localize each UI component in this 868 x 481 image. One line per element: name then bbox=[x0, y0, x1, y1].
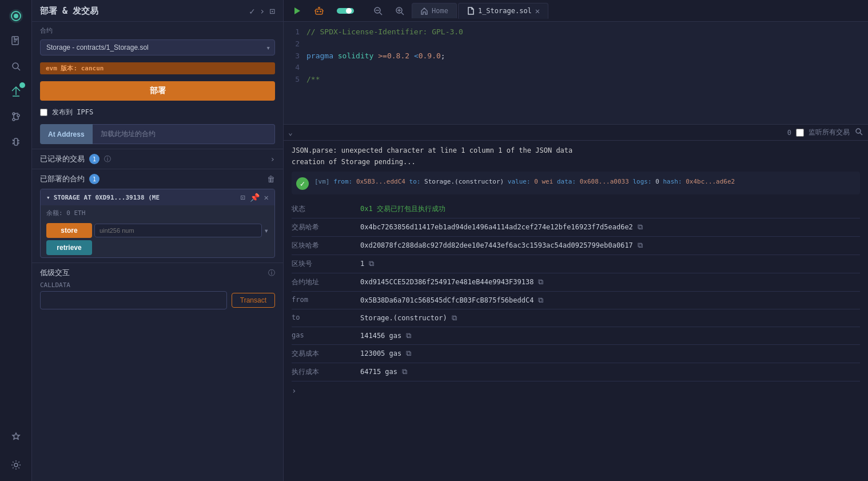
pin-instance-icon[interactable]: 📌 bbox=[250, 193, 260, 202]
tx-value-exec-cost: 64715 gas ⧉ bbox=[360, 367, 860, 376]
sidebar-icon-plugin[interactable] bbox=[5, 426, 27, 449]
svg-line-5 bbox=[18, 68, 20, 70]
svg-point-26 bbox=[856, 129, 861, 133]
tx-field-blocknum: 区块号 bbox=[292, 259, 360, 269]
sidebar-icon-search[interactable] bbox=[5, 55, 27, 78]
svg-line-27 bbox=[860, 133, 862, 135]
store-function-row: store ▾ bbox=[46, 223, 269, 238]
code-line-3: 3 pragma solidity >=0.8.2 <0.9.0; bbox=[284, 50, 868, 62]
at-address-button[interactable]: At Address bbox=[40, 124, 93, 144]
calldata-input[interactable] bbox=[40, 291, 227, 309]
storage-tab-label: 1_Storage.sol bbox=[478, 7, 532, 15]
chevron-right-icon[interactable]: › bbox=[260, 6, 265, 17]
zoom-out-button[interactable] bbox=[368, 3, 388, 18]
copy-contract-addr-icon[interactable]: ⧉ bbox=[538, 277, 543, 287]
header-actions: ✓ › ⊡ bbox=[249, 6, 275, 17]
close-instance-icon[interactable]: ✕ bbox=[264, 193, 269, 202]
expand-chevron-icon[interactable]: ▾ bbox=[46, 194, 50, 201]
tx-value-blockhash: 0xd20878fc288da8c927dd82dee10e7443ef6ac3… bbox=[360, 241, 860, 250]
tab-home[interactable]: Home bbox=[412, 3, 457, 18]
blockhash-text: 0xd20878fc288da8c927dd82dee10e7443ef6ac3… bbox=[360, 241, 633, 249]
tx-value-gas: 141456 gas ⧉ bbox=[360, 331, 860, 340]
file-icon bbox=[467, 7, 475, 15]
tab-storage[interactable]: 1_Storage.sol ✕ bbox=[458, 3, 548, 19]
copy-blocknum-icon[interactable]: ⧉ bbox=[369, 259, 374, 268]
copy-txhash-icon[interactable]: ⧉ bbox=[638, 222, 643, 232]
expand-details-arrow[interactable]: › bbox=[292, 381, 860, 400]
svg-point-4 bbox=[13, 63, 18, 69]
collapse-icon[interactable]: ⌄ bbox=[288, 128, 293, 137]
publish-ipfs-row: 发布到 IPFS bbox=[40, 108, 275, 117]
svg-line-23 bbox=[401, 13, 404, 15]
copy-instance-icon[interactable]: ⊡ bbox=[240, 193, 245, 202]
contract-select[interactable]: Storage - contracts/1_Storage.sol bbox=[40, 39, 275, 55]
svg-rect-11 bbox=[14, 138, 18, 145]
transact-button[interactable]: Transact bbox=[232, 293, 275, 308]
recorded-tx-header-left: 已记录的交易 1 ⓘ bbox=[40, 154, 111, 164]
tx-detail-contract-addr: 合约地址 0xd9145CCE52D386f254917e481eB44e994… bbox=[292, 273, 860, 292]
tx-field-status: 状态 bbox=[292, 204, 360, 214]
window-icon[interactable]: ⊡ bbox=[269, 6, 275, 17]
store-expand-icon[interactable]: ▾ bbox=[264, 226, 269, 235]
recorded-tx-section[interactable]: 已记录的交易 1 ⓘ › bbox=[32, 149, 283, 169]
exec-cost-text: 64715 gas bbox=[360, 368, 397, 376]
toggle-button[interactable] bbox=[332, 4, 359, 18]
console-search-icon[interactable] bbox=[854, 127, 863, 138]
tx-field-exec-cost: 执行成本 bbox=[292, 367, 360, 377]
tx-cost-text: 123005 gas bbox=[360, 349, 401, 357]
code-content-5: /** bbox=[306, 74, 320, 86]
copy-tx-cost-icon[interactable]: ⧉ bbox=[406, 349, 411, 358]
svg-point-16 bbox=[320, 10, 321, 12]
load-address-button[interactable]: 加载此地址的合约 bbox=[93, 124, 275, 144]
panel-title: 部署 & 发交易 bbox=[40, 6, 98, 17]
recorded-tx-info-icon[interactable]: ⓘ bbox=[104, 154, 111, 164]
store-button[interactable]: store bbox=[46, 223, 92, 238]
run-button[interactable] bbox=[288, 4, 306, 18]
recorded-tx-chevron[interactable]: › bbox=[270, 154, 275, 164]
tx-field-blockhash: 区块哈希 bbox=[292, 241, 360, 251]
retrieve-function-row: retrieve bbox=[46, 240, 269, 255]
tx-value-contract-addr: 0xd9145CCE52D386f254917e481eB44e9943F391… bbox=[360, 277, 860, 287]
code-editor: 1 // SPDX-License-Identifier: GPL-3.0 2 … bbox=[284, 22, 868, 125]
copy-blockhash-icon[interactable]: ⧉ bbox=[638, 241, 643, 250]
publish-ipfs-checkbox[interactable] bbox=[40, 109, 47, 116]
svg-marker-13 bbox=[294, 7, 300, 14]
line-num-3: 3 bbox=[284, 50, 306, 62]
deployed-count-badge: 1 bbox=[89, 174, 99, 184]
retrieve-button[interactable]: retrieve bbox=[46, 240, 92, 255]
sidebar-icon-logo[interactable] bbox=[5, 5, 27, 27]
tx-detail-txhash: 交易哈希 0x4bc7263856d11417eb1ad94de1496a411… bbox=[292, 218, 860, 237]
line-num-4: 4 bbox=[284, 62, 306, 74]
copy-gas-icon[interactable]: ⧉ bbox=[406, 331, 411, 340]
zoom-in-button[interactable] bbox=[390, 3, 409, 18]
monitor-checkbox[interactable] bbox=[796, 129, 804, 137]
svg-rect-3 bbox=[12, 37, 18, 45]
contract-instance-name: ▾ STORAGE AT 0XD91...39138 (ME bbox=[46, 194, 160, 201]
tx-detail-blockhash: 区块哈希 0xd20878fc288da8c927dd82dee10e7443e… bbox=[292, 237, 860, 255]
sidebar-icon-git[interactable] bbox=[5, 105, 27, 128]
sidebar-icon-debug[interactable] bbox=[5, 130, 27, 153]
deploy-button[interactable]: 部署 bbox=[40, 81, 275, 101]
contract-select-wrapper: Storage - contracts/1_Storage.sol ▾ bbox=[40, 39, 275, 55]
code-content-1: // SPDX-License-Identifier: GPL-3.0 bbox=[306, 26, 463, 38]
low-level-info-icon[interactable]: ⓘ bbox=[268, 268, 275, 278]
sidebar-icon-files[interactable] bbox=[5, 30, 27, 53]
delete-deployed-icon[interactable]: 🗑 bbox=[267, 174, 275, 184]
sidebar-icon-deploy[interactable] bbox=[5, 80, 27, 103]
copy-to-icon[interactable]: ⧉ bbox=[452, 313, 457, 323]
calldata-row: Transact bbox=[40, 291, 275, 309]
sidebar-icon-settings[interactable] bbox=[5, 454, 27, 476]
copy-exec-cost-icon[interactable]: ⧉ bbox=[402, 367, 407, 376]
contract-addr-text: 0xd9145CCE52D386f254917e481eB44e9943F391… bbox=[360, 278, 533, 286]
monitor-label: 监听所有交易 bbox=[809, 128, 850, 137]
recorded-tx-label: 已记录的交易 bbox=[40, 154, 85, 164]
robot-button[interactable] bbox=[309, 3, 329, 19]
sidebar bbox=[0, 0, 32, 481]
svg-point-10 bbox=[17, 114, 19, 117]
tab-close-icon[interactable]: ✕ bbox=[535, 7, 540, 15]
deploy-active-badge bbox=[19, 82, 25, 88]
svg-point-12 bbox=[14, 463, 18, 467]
store-input[interactable] bbox=[94, 224, 262, 237]
check-icon[interactable]: ✓ bbox=[249, 6, 255, 17]
copy-from-icon[interactable]: ⧉ bbox=[538, 296, 543, 305]
